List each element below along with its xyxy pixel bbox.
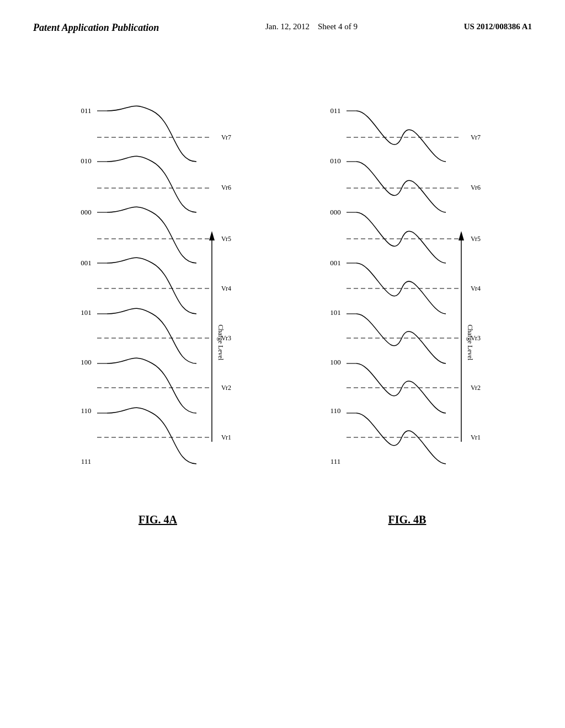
wave-100-110-4b (356, 363, 446, 413)
label-001-4b: 001 (330, 259, 341, 267)
page-header: Patent Application Publication Jan. 12, … (0, 0, 565, 45)
label-010-4b: 010 (330, 157, 341, 165)
label-101-4b: 101 (330, 308, 341, 317)
figure-4b-diagram: text { font-family: 'Times New Roman', T… (319, 78, 495, 508)
label-110-4b: 110 (330, 406, 340, 415)
label-011-4b: 011 (330, 106, 340, 115)
vr1-label-4a: Vr1 (221, 433, 231, 441)
vr2-label-4b: Vr2 (471, 384, 481, 392)
label-111-4b: 111 (331, 457, 341, 465)
vr6-label-4a: Vr6 (221, 184, 231, 191)
publication-title: Patent Application Publication (33, 22, 159, 34)
publication-date: Jan. 12, 2012 (265, 22, 310, 31)
charge-level-label-4b: Charge Level (466, 325, 474, 361)
wave-000-001-4b (356, 212, 446, 263)
label-000-4b: 000 (330, 208, 341, 216)
wave-010-000-4a (107, 156, 196, 212)
charge-level-label-4a: Charge Level (217, 325, 225, 361)
label-011-4a: 011 (81, 106, 91, 115)
wave-010-000-4b (356, 162, 446, 212)
vr5-label-4b: Vr5 (471, 235, 481, 243)
figure-4a-svg: text { font-family: 'Times New Roman', T… (70, 78, 246, 508)
vr6-label-4b: Vr6 (471, 184, 481, 191)
vr4-label-4a: Vr4 (221, 285, 231, 292)
charge-axis-arrow-4b (459, 231, 464, 240)
label-100-4a: 100 (81, 358, 92, 366)
label-001-4a: 001 (81, 259, 92, 267)
vr2-label-4a: Vr2 (221, 384, 231, 392)
wave-011-010-4b (356, 111, 446, 162)
figure-4a-diagram: text { font-family: 'Times New Roman', T… (70, 78, 246, 508)
vr1-label-4b: Vr1 (471, 433, 481, 441)
wave-101-100-4b (356, 314, 446, 363)
label-010-4a: 010 (81, 157, 92, 165)
label-100-4b: 100 (330, 358, 341, 366)
wave-110-111-4a (107, 408, 196, 464)
label-000-4a: 000 (81, 208, 92, 216)
vr4-label-4b: Vr4 (471, 285, 481, 292)
sheet-info: Sheet 4 of 9 (318, 22, 358, 31)
wave-001-101-4a (107, 258, 196, 314)
vr7-label-4a: Vr7 (221, 133, 231, 141)
publication-date-sheet: Jan. 12, 2012 Sheet 4 of 9 (265, 22, 358, 31)
fig-4a-label: FIG. 4A (138, 513, 177, 526)
figure-4a-container: text { font-family: 'Times New Roman', T… (70, 78, 246, 526)
label-111-4a: 111 (81, 457, 92, 465)
label-101-4a: 101 (81, 308, 92, 317)
figure-4b-container: text { font-family: 'Times New Roman', T… (319, 78, 495, 526)
wave-101-100-4a (107, 308, 196, 363)
wave-000-001-4a (107, 207, 196, 263)
figure-4b-svg: text { font-family: 'Times New Roman', T… (319, 78, 495, 508)
publication-number: US 2012/008386 A1 (464, 22, 532, 31)
label-110-4a: 110 (81, 406, 91, 415)
vr7-label-4b: Vr7 (471, 133, 481, 141)
vr5-label-4a: Vr5 (221, 235, 231, 243)
fig-4b-label: FIG. 4B (388, 513, 427, 526)
main-content: text { font-family: 'Times New Roman', T… (0, 56, 565, 526)
wave-110-111-4b (356, 413, 446, 464)
charge-axis-arrow-4a (209, 231, 215, 240)
wave-100-110-4a (107, 358, 196, 413)
wave-011-010-4a (107, 106, 196, 162)
